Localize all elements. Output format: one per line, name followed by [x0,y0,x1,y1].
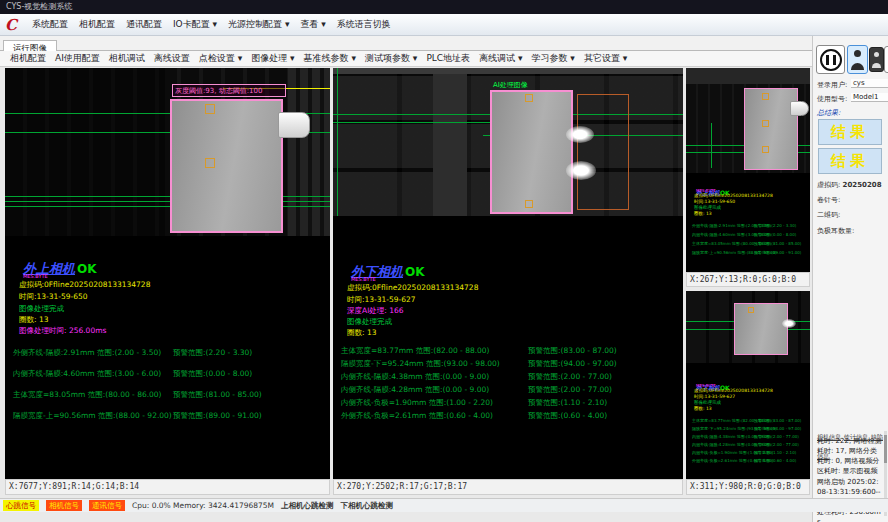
threshold-overlay-text: 灰度阈值:93, 动态阈值:100 [175,87,262,95]
camera-view-outer-upper[interactable]: 灰度阈值:93, 动态阈值:100 外上相机OK MES:BYTE 虚拟码:0F… [5,68,330,479]
menu-item-comm-config[interactable]: 通讯配置 [126,18,162,31]
menu-item-camera-config[interactable]: 相机配置 [79,18,115,31]
thumb-top-band [686,68,810,84]
measure-value: 内侧齐线-负极=1.90mm 范围:(1.00 - 2.20) [341,398,528,408]
toolbar-offline-settings[interactable]: 离线设置 [154,52,190,65]
barcode-line: 虚拟码:0Ffline20250208133134728 [694,388,773,393]
menu-item-io-config[interactable]: IO卡配置 ▾ [173,18,217,31]
toolbar-test-params[interactable]: 测试项参数 ▾ [365,52,417,65]
turns-line: 圈数: 13 [694,211,712,216]
warn-range: 预警范围:(83.00 - 87.00) [754,418,801,423]
warn-range: 预警范围:(0.00 - 8.00) [173,369,252,379]
image-bright-column [433,74,467,216]
menu-item-language-switch[interactable]: 系统语言切换 [337,18,391,31]
thumb-view-outer-upper[interactable]: 外上相机OK MES:BYTE 虚拟码:0Ffline2025020813313… [686,68,810,272]
barcode-line: 虚拟码:0Ffline20250208133134728 [347,283,478,293]
measure-value: 外侧齐线-负极=2.61mm 范围:(0.60 - 4.00) [692,458,754,463]
measure-value: 主体宽度=83.05mm 范围:(80.00 - 86.00) [692,241,754,246]
pixel-coordinate-bar-mid: X:270;Y:2502;R:17;G:17;B:17 [333,479,683,495]
menu-bar: C 系统配置 相机配置 通讯配置 IO卡配置 ▾ 光源控制配置 ▾ 查看 ▾ 系… [0,14,888,36]
measurement-row: 主体宽度=83.05mm 范围:(80.00 - 86.00) 预警范围:(81… [13,390,262,400]
menu-item-light-config[interactable]: 光源控制配置 ▾ [228,18,289,31]
threshold-overlay: 灰度阈值:93, 动态阈值:100 [172,84,286,97]
measure-value: 隔膜宽度-下=95.24mm 范围:(93.00 - 98.00) [692,426,754,431]
warn-range: 预警范围:(2.00 - 77.00) [754,442,799,447]
pixel-coordinate-bar-thumb1: X:267;Y:13;R:0;G:0;B:0 [686,272,810,287]
title-bar: CYS-视觉检测系统 [0,0,888,14]
comm-signal-badge: 通讯信号 [89,500,125,511]
window-title: CYS-视觉检测系统 [6,2,72,11]
measurement-row: 外侧齐线-负极=2.61mm 范围:(0.60 - 4.00) 预警范围:(0.… [692,458,796,463]
virtual-code-value: 20250208 [843,181,882,189]
warn-range: 预警范围:(81.00 - 85.00) [754,241,801,246]
roi-box [762,120,769,127]
barcode-line: 虚拟码:0Ffline20250208133134728 [19,280,150,290]
toolbar-ai-usage-config[interactable]: AI使用配置 [55,52,100,65]
measure-value: 主体宽度=83.05mm 范围:(80.00 - 86.00) [13,390,173,400]
warn-range: 预警范围:(81.00 - 85.00) [173,390,262,400]
edge-line-green-vertical [337,68,338,216]
user-icon [854,50,861,57]
toolbar-spot-check[interactable]: 点检设置 ▾ [199,52,242,65]
camera-view-outer-lower[interactable]: AI处理图像 外下相机OK MES:BYTE 虚拟码:0Ffline202502… [333,68,683,479]
done-line: 图像处理完成 [347,317,392,327]
heartbeat-signal-badge: 心跳信号 [3,500,39,511]
toolbar-offline-debug[interactable]: 离线调试 ▾ [479,52,522,65]
pixel-coordinate-bar-thumb2: X:311;Y:980;R:0;G:0;B:0 [686,479,810,495]
pin-number-label: 卷针号: [817,195,840,205]
status-bar: 心跳信号 相机信号 通讯信号 Cpu: 0.0% Memory: 3424.41… [0,498,888,512]
roi-box [205,104,215,114]
bright-blob [566,126,594,143]
measurement-row: 主体宽度=83.77mm 范围:(82.00 - 88.00) 预警范围:(83… [341,346,617,356]
warn-range: 预警范围:(1.10 - 2.10) [528,398,607,408]
pause-button[interactable] [816,45,845,74]
measurement-row: 外侧齐线-隔膜:2.91mm 范围:(2.00 - 3.50) 预警范围:(2.… [13,348,252,358]
measurement-row: 内侧齐线-隔膜:4.28mm 范围:(0.00 - 9.00) 预警范围:(2.… [341,385,612,395]
cell-region-outline [734,303,788,355]
tab-connector-shape [278,112,310,138]
measure-value: 内侧齐线-负极=1.90mm 范围:(1.00 - 2.20) [692,450,754,455]
toolbar-baseline-params[interactable]: 基准线参数 ▾ [304,52,356,65]
toolbar-camera-config[interactable]: 相机配置 [10,52,46,65]
turns-line: 圈数: 13 [347,328,376,338]
logout-button[interactable]: → [884,46,888,73]
roi-box [525,200,533,208]
measurement-row: 内侧齐线-隔膜:4.60mm 范围:(3.00 - 6.00) 预警范围:(0.… [692,232,796,237]
right-sidebar: → 登录用户: cys 使用型号: Model1 总结果: 结果 结果 虚拟码:… [812,36,888,522]
time-line: 时间:13-31-59-627 [694,394,735,399]
time-line: 时间:13-31-59-650 [694,199,735,204]
measure-value: 外侧齐线-负极=2.61mm 范围:(0.60 - 4.00) [341,411,528,421]
warn-range: 预警范围:(0.60 - 4.00) [528,411,607,421]
warn-range: 预警范围:(2.00 - 77.00) [754,434,799,439]
menu-item-view[interactable]: 查看 ▾ [300,18,325,31]
menu-item-system-config[interactable]: 系统配置 [32,18,68,31]
user-button-active[interactable] [847,45,868,74]
operator-icon [874,52,879,57]
scrollbar-thumb[interactable] [884,435,887,463]
done-line: 图像处理完成 [694,205,721,210]
thumb-view-outer-lower[interactable]: 外下相机OK MES:BYTE 虚拟码:0Ffline2025020813313… [686,291,810,479]
measurement-row: 隔膜宽度-下=95.24mm 范围:(93.00 - 98.00) 预警范围:(… [692,426,801,431]
toolbar-image-processing[interactable]: 图像处理 ▾ [251,52,294,65]
time-line: 时间:13-31-59-650 [19,292,88,302]
warn-range: 预警范围:(89.00 - 91.00) [754,250,801,255]
toolbar-learning-params[interactable]: 学习参数 ▾ [532,52,575,65]
status-ok-label: OK [77,262,97,276]
operator-icon-body [872,63,881,68]
roi-box [525,94,533,102]
cpu-memory-readout: Cpu: 0.0% Memory: 3424.41796875M [132,501,274,510]
measurement-row: 主体宽度=83.77mm 范围:(82.00 - 88.00) 预警范围:(83… [692,418,801,423]
toolbar-other-settings[interactable]: 其它设置 ▾ [584,52,627,65]
proc-time-line: 图像处理时间: 256.00ms [19,326,106,336]
login-user-value[interactable]: cys [851,79,888,88]
virtual-code-label: 虚拟码: [817,181,840,189]
cell-region-outline [170,99,283,233]
barcode-line: 虚拟码:0Ffline20250208133134728 [694,193,773,198]
model-value[interactable]: Model1 [851,93,888,102]
warn-range: 预警范围:(1.10 - 2.10) [754,450,796,455]
toolbar-plc-address-table[interactable]: PLC地址表 [426,52,470,65]
ai-detect-box [577,94,629,210]
measure-value: 内侧齐线-隔膜:4.38mm 范围:(0.00 - 9.00) [341,372,528,382]
operator-button[interactable] [869,47,884,72]
toolbar-camera-debug[interactable]: 相机调试 [109,52,145,65]
